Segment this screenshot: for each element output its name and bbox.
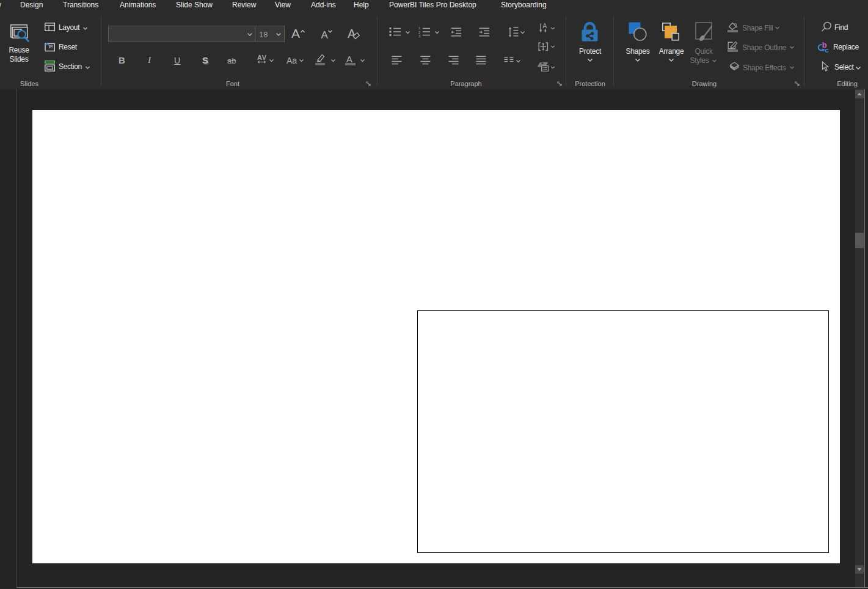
svg-text:3: 3 [418, 34, 421, 38]
svg-text:c: c [825, 46, 829, 53]
svg-text:A: A [542, 23, 547, 29]
